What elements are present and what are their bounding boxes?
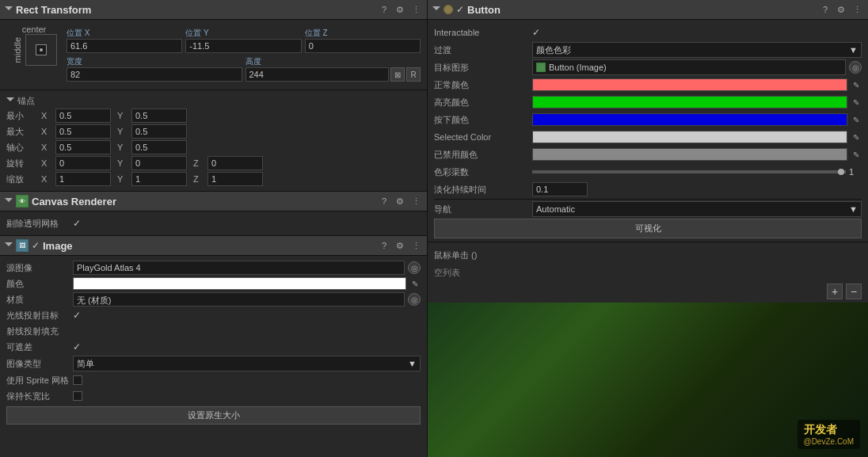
pressed-color-swatch[interactable] [532,113,847,126]
sprite-checkbox[interactable] [73,375,82,385]
min-x-input[interactable] [55,109,111,123]
color-multiplier-slider[interactable] [532,170,846,173]
material-val: 无 (材质) [77,295,111,305]
rot-x-input[interactable] [55,156,111,170]
disabled-color-edit-icon[interactable]: ✎ [851,149,862,160]
canvas-settings-icon[interactable]: ⚙ [394,195,406,208]
game-background: 开发者 @DevZe.CoM [428,303,868,457]
image-type-dropdown[interactable]: 简单 ▼ [73,356,421,371]
target-graphic-field[interactable]: Button (Image) [532,59,846,75]
nav-val: Automatic [536,204,575,214]
onclick-label: 鼠标单击 () [434,249,529,261]
pivot-x-input[interactable] [55,140,111,154]
scale-x-input[interactable] [55,172,111,186]
highlight-color-swatch[interactable] [532,96,847,109]
anchor-box[interactable] [25,34,57,66]
fade-time-input[interactable] [532,182,588,196]
canvas-menu-icon[interactable]: ⋮ [409,195,422,208]
rect-menu-icon[interactable]: ⋮ [409,3,422,16]
image-header: 🖼 ✓ Image ? ⚙ ⋮ [0,236,427,256]
rot-y-input[interactable] [131,156,187,170]
list-controls: + − [434,284,862,299]
disabled-color-label: 已禁用颜色 [434,149,529,161]
canvas-help-icon[interactable]: ? [378,195,390,208]
raycast-fill-label: 射线投射填充 [6,326,70,337]
anchor-dot [40,48,43,51]
scale-z-input[interactable] [207,172,263,186]
selected-color-swatch[interactable] [532,131,847,143]
highlight-color-edit-icon[interactable]: ✎ [851,97,862,108]
normal-color-swatch[interactable] [532,78,847,91]
native-size-btn[interactable]: 设置原生大小 [6,406,421,425]
transition-val: 颜色色彩 [536,44,571,56]
scale-y-input[interactable] [131,172,187,186]
material-select-btn[interactable]: ◎ [408,293,421,306]
canvas-renderer-header: 👁 Canvas Renderer ? ⚙ ⋮ [0,192,427,211]
button-header: ✓ Button ? ⚙ ⋮ [428,0,868,20]
remove-item-btn[interactable]: − [846,284,862,299]
source-image-select-btn[interactable]: ◎ [408,261,421,274]
add-item-btn[interactable]: + [827,284,843,299]
image-help-icon[interactable]: ? [378,239,390,252]
rotation-label: 旋转 [6,158,38,169]
image-color-edit-icon[interactable]: ✎ [409,278,421,289]
pos-x-input[interactable] [67,39,182,53]
image-enabled-check[interactable]: ✓ [32,240,40,251]
image-menu-icon[interactable]: ⋮ [409,239,422,252]
divider-1 [434,199,862,200]
rect-help-icon[interactable]: ? [378,3,390,16]
pivot-y-input[interactable] [131,140,187,154]
rect-transform-collapse[interactable] [5,6,13,13]
pressed-color-edit-icon[interactable]: ✎ [851,114,862,125]
pivot-row: 轴心 X Y [6,140,421,154]
mask-label: 可遮差 [6,341,70,353]
image-collapse[interactable] [5,242,13,249]
watermark: 开发者 @DevZe.CoM [798,420,861,449]
button-settings-icon[interactable]: ⚙ [835,3,847,16]
canvas-collapse[interactable] [5,198,13,205]
transition-dropdown[interactable]: 颜色色彩 ▼ [532,42,862,58]
reset-btn[interactable]: R [406,67,421,82]
min-y-input[interactable] [131,109,187,123]
button-collapse[interactable] [432,6,440,13]
button-menu-icon[interactable]: ⋮ [851,3,863,16]
pressed-color-label: 按下颜色 [434,114,529,126]
width-input[interactable] [67,67,242,82]
button-help-icon[interactable]: ? [819,3,832,16]
color-multiplier-handle[interactable] [838,169,844,175]
right-panel: ✓ Button ? ⚙ ⋮ Interactable ✓ 过渡 颜色色彩 ▼ … [428,0,868,457]
max-x-input[interactable] [55,124,111,139]
highlight-color-label: 高亮颜色 [434,97,529,109]
normal-color-edit-icon[interactable]: ✎ [851,79,862,90]
anchor-center-label: center [22,25,47,34]
button-icon [444,5,453,14]
disabled-color-swatch[interactable] [532,148,847,161]
watermark-line2: @DevZe.CoM [804,437,855,446]
target-graphic-icon [536,63,546,72]
height-input[interactable] [246,67,390,82]
button-title: Button [467,4,501,16]
pos-z-input[interactable] [305,39,421,53]
raycast-check: ✓ [73,310,81,321]
selected-color-edit-icon[interactable]: ✎ [851,131,862,143]
material-field[interactable]: 无 (材质) [73,292,405,307]
target-graphic-select-btn[interactable]: ◎ [849,61,862,74]
pivot-label: 轴心 [6,142,38,154]
rect-settings-icon[interactable]: ⚙ [394,3,406,16]
image-color-label: 颜色 [6,278,70,290]
pos-y-input[interactable] [185,39,301,53]
nav-dropdown[interactable]: Automatic ▼ [532,201,862,217]
anchor-pivot-section: 锚点 最小 X Y 最大 X Y 轴心 [0,90,427,192]
source-image-field[interactable]: PlayGold Atlas 4 [73,261,405,275]
visualize-btn[interactable]: 可视化 [434,219,862,238]
scale-row: 缩放 X Y Z [6,172,421,186]
constrain-btn[interactable]: ⊠ [390,67,405,82]
image-settings-icon[interactable]: ⚙ [394,239,406,252]
aspect-checkbox[interactable] [73,391,82,401]
button-enabled-check[interactable]: ✓ [456,4,464,15]
max-y-input[interactable] [131,124,187,139]
image-color-swatch[interactable] [73,277,406,290]
rot-z-input[interactable] [207,156,263,170]
anchor-collapse[interactable] [6,97,14,105]
pos-y-label: 位置 Y [185,28,301,39]
